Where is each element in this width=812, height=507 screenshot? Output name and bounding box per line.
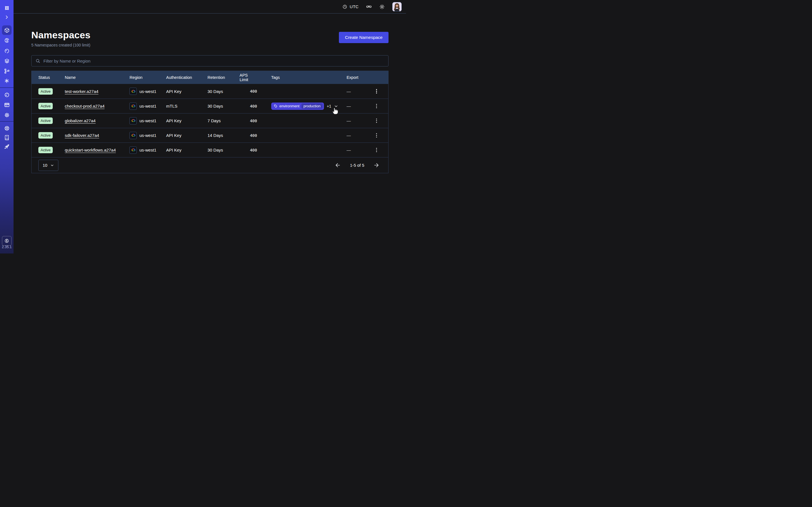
- namespaces-table: Status Name Region Authentication Retent…: [31, 71, 389, 173]
- row-actions-kebab-icon[interactable]: [374, 88, 379, 95]
- region-label: us-west1: [139, 118, 156, 123]
- col-retention: Retention: [207, 71, 240, 84]
- sidebar-item-billing[interactable]: [2, 100, 11, 110]
- sidebar-item-batch-operations[interactable]: [2, 76, 11, 86]
- col-tags: Tags: [271, 71, 347, 84]
- tags-cell: [271, 128, 347, 143]
- sidebar-item-docs[interactable]: [2, 133, 11, 142]
- previous-page-button[interactable]: [335, 162, 342, 169]
- region-label: us-west1: [139, 133, 156, 138]
- export-value: —: [347, 104, 351, 108]
- sidebar-item-namespaces[interactable]: [2, 25, 11, 35]
- search-icon: [35, 58, 41, 64]
- iris-icon: [4, 38, 10, 43]
- chevron-right-icon: [4, 15, 9, 20]
- page-size-select[interactable]: 10: [38, 160, 58, 171]
- gcp-cloud-icon: [130, 132, 137, 139]
- filter-input[interactable]: [43, 59, 385, 63]
- sidebar-item-settings[interactable]: [2, 110, 11, 120]
- retention-value: 30 Days: [207, 84, 240, 99]
- table-footer: 10 1-5 of 5: [32, 157, 388, 173]
- sidebar-divider: [0, 87, 13, 88]
- retention-value: 7 Days: [207, 114, 240, 128]
- table-row: Active checkout-prod.a27a4 us-west1 mTLS…: [32, 99, 388, 113]
- namespace-link[interactable]: sdk-failover.a27a4: [65, 133, 99, 138]
- retention-value: 30 Days: [207, 99, 240, 113]
- sidebar: 2.35.1: [0, 0, 13, 253]
- tags-cell: [271, 114, 347, 128]
- sidebar-item-nexus[interactable]: [2, 66, 11, 76]
- sidebar-item-getting-started[interactable]: [2, 142, 11, 151]
- row-actions-kebab-icon[interactable]: [374, 103, 379, 110]
- gear-icon: [4, 112, 10, 118]
- labs-button[interactable]: [366, 4, 372, 10]
- namespace-link[interactable]: test-worker.a27a4: [65, 89, 98, 94]
- auth-value: API Key: [166, 143, 207, 157]
- export-value: —: [347, 148, 351, 152]
- aps-limit-value: 400: [240, 128, 271, 143]
- row-actions-kebab-icon[interactable]: [374, 147, 379, 154]
- layers-icon: [4, 58, 10, 64]
- pagination-controls: 1-5 of 5: [335, 162, 380, 169]
- auth-value: API Key: [166, 84, 207, 99]
- glasses-icon: [366, 4, 372, 10]
- tags-more-count: +1: [327, 104, 331, 108]
- life-ring-icon: [4, 125, 10, 131]
- sidebar-item-deployments[interactable]: [2, 56, 11, 66]
- row-actions-kebab-icon[interactable]: [374, 117, 379, 124]
- pricing-button[interactable]: [2, 236, 11, 245]
- book-sparkles-icon: [4, 135, 10, 140]
- aps-limit-value: 400: [240, 114, 271, 128]
- namespace-link[interactable]: quickstart-workflows.a27a4: [65, 148, 116, 152]
- row-actions-kebab-icon[interactable]: [374, 132, 379, 139]
- namespace-count-subtitle: 5 Namespaces created (100 limit): [31, 43, 91, 47]
- clock-icon: [342, 4, 347, 9]
- rocket-icon: [4, 144, 10, 150]
- temporal-logo-icon: [4, 5, 10, 11]
- table-row: Active sdk-failover.a27a4 us-west1 API K…: [32, 128, 388, 143]
- cube-icon: [4, 27, 10, 33]
- chevron-down-icon: [334, 104, 338, 108]
- gcp-cloud-icon: [130, 88, 137, 95]
- tags-cell: environment production +1: [271, 99, 347, 113]
- timer-icon: [4, 48, 10, 54]
- timezone-button[interactable]: UTC: [342, 4, 359, 9]
- temporal-logo[interactable]: [2, 3, 11, 13]
- tags-cell: [271, 84, 347, 99]
- retention-value: 14 Days: [207, 128, 240, 143]
- status-badge: Active: [38, 88, 53, 95]
- tag-pill[interactable]: environment production: [271, 103, 324, 110]
- aps-limit-value: 400: [240, 99, 271, 113]
- col-aps-limit: APS Limit: [240, 71, 271, 84]
- filter-bar: [31, 55, 389, 66]
- namespace-link[interactable]: globalizer.a27a4: [65, 118, 96, 123]
- sidebar-item-schedules[interactable]: [2, 46, 11, 55]
- auth-value: API Key: [166, 114, 207, 128]
- aps-limit-value: 400: [240, 143, 271, 157]
- col-export: Export: [347, 71, 388, 84]
- page-header: Namespaces 5 Namespaces created (100 lim…: [31, 30, 389, 47]
- status-badge: Active: [38, 147, 53, 153]
- sidebar-item-workflows[interactable]: [2, 36, 11, 45]
- tags-expand-button[interactable]: [333, 103, 339, 109]
- create-namespace-button[interactable]: Create Namespace: [339, 32, 389, 43]
- auth-value: API Key: [166, 128, 207, 143]
- sidebar-item-support[interactable]: [2, 123, 11, 133]
- next-page-button[interactable]: [373, 162, 380, 169]
- app-version: 2.35.1: [0, 245, 13, 249]
- export-value: —: [347, 89, 351, 94]
- export-value: —: [347, 133, 351, 138]
- namespace-link[interactable]: checkout-prod.a27a4: [65, 104, 105, 108]
- pagination-range-label: 1-5 of 5: [350, 163, 364, 168]
- timezone-label: UTC: [350, 4, 359, 9]
- aps-limit-value: 400: [240, 84, 271, 99]
- retention-value: 30 Days: [207, 143, 240, 157]
- user-avatar[interactable]: [392, 2, 402, 11]
- tag-icon: [274, 104, 277, 108]
- sidebar-item-usage[interactable]: [2, 90, 11, 100]
- credit-card-icon: [4, 102, 10, 108]
- sidebar-expand-button[interactable]: [2, 12, 11, 22]
- theme-toggle-button[interactable]: [379, 4, 385, 10]
- col-authentication: Authentication: [166, 71, 207, 84]
- status-badge: Active: [38, 103, 53, 109]
